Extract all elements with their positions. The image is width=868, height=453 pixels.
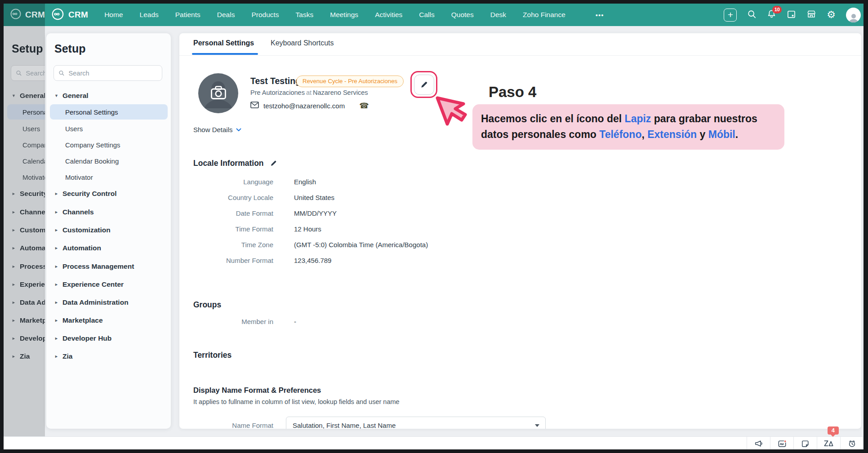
- row-value: United States: [294, 194, 428, 201]
- notes-icon[interactable]: [793, 437, 817, 449]
- section-general-dim[interactable]: ▼General: [12, 92, 45, 100]
- sidebar-item-personal-settings[interactable]: Personal Settings: [50, 104, 168, 120]
- chevron-right-icon: ►: [54, 246, 58, 250]
- profile-photo-upload[interactable]: [198, 73, 238, 113]
- sidebar-item-company-settings[interactable]: Company Settings: [65, 141, 120, 149]
- nav-leads[interactable]: Leads: [140, 11, 159, 19]
- nav-activities[interactable]: Activities: [375, 11, 402, 19]
- quick-add-button[interactable]: +: [724, 9, 737, 22]
- envelope-icon: [250, 102, 259, 110]
- screenshot-frame: CRM CRM Home Leads Patients Deals Produc…: [0, 0, 868, 453]
- zia-count-badge: 4: [828, 426, 839, 435]
- item-users-dim[interactable]: Users: [22, 125, 40, 133]
- section-marketplace-dim[interactable]: ►Marketplace: [12, 316, 45, 324]
- section-data-administration[interactable]: ►Data Administration: [54, 298, 129, 306]
- nav-patients[interactable]: Patients: [175, 11, 200, 19]
- display-name-format-heading: Display Name Format & Preferences: [193, 386, 321, 395]
- brand[interactable]: CRM: [51, 8, 88, 22]
- tab-personal-settings[interactable]: Personal Settings: [193, 39, 254, 47]
- search-icon[interactable]: [747, 9, 757, 21]
- analytics-pulse-icon[interactable]: [770, 437, 793, 449]
- user-email[interactable]: testzoho@nazarenollc.com: [263, 102, 345, 110]
- section-marketplace[interactable]: ►Marketplace: [54, 316, 103, 324]
- active-tab-underline: [192, 53, 258, 55]
- section-zia[interactable]: ►Zia: [54, 352, 72, 360]
- nav-tasks[interactable]: Tasks: [296, 11, 314, 19]
- section-security-control[interactable]: ►Security Control: [54, 190, 117, 198]
- notifications-bell-icon[interactable]: 10: [767, 9, 776, 21]
- dropdown-caret-icon: [535, 424, 539, 427]
- bottom-status-bar: 4: [4, 436, 864, 449]
- annotation-highlight-ring: [410, 71, 437, 98]
- show-details-toggle[interactable]: Show Details: [193, 126, 241, 133]
- user-avatar[interactable]: [846, 8, 861, 22]
- section-process-dim[interactable]: ►Process Management: [12, 262, 45, 271]
- nav-desk[interactable]: Desk: [490, 11, 506, 19]
- setup-search-input[interactable]: [68, 69, 157, 77]
- nav-quotes[interactable]: Quotes: [451, 11, 474, 19]
- section-process-management[interactable]: ►Process Management: [54, 262, 134, 271]
- camera-icon: [209, 85, 227, 102]
- row-label: Time Format: [193, 225, 273, 233]
- marketplace-store-icon[interactable]: [806, 9, 816, 21]
- setup-title: Setup: [54, 42, 85, 55]
- calendar-icon[interactable]: [787, 9, 796, 21]
- chevron-right-icon: ►: [54, 318, 58, 323]
- nav-products[interactable]: Products: [251, 11, 279, 19]
- chevron-right-icon: ►: [54, 191, 58, 196]
- section-channels-dim[interactable]: ►Channels: [12, 208, 45, 216]
- nav-home[interactable]: Home: [104, 11, 123, 19]
- row-label: Number Format: [193, 257, 273, 264]
- sidebar-item-users[interactable]: Users: [65, 125, 83, 133]
- section-automation[interactable]: ►Automation: [54, 244, 101, 252]
- item-company-settings-dim[interactable]: Company Settings: [22, 141, 45, 149]
- section-experience-center[interactable]: ►Experience Center: [54, 280, 124, 289]
- chevron-right-icon: ►: [54, 210, 58, 214]
- section-customization-dim[interactable]: ►Customization: [12, 226, 45, 234]
- zoho-logo-icon: [51, 8, 64, 22]
- announcement-megaphone-icon[interactable]: [747, 437, 770, 449]
- item-personal-settings-dim[interactable]: Personal Settings: [7, 104, 45, 120]
- section-developer-hub[interactable]: ►Developer Hub: [54, 334, 111, 342]
- section-security-dim[interactable]: ►Security Control: [12, 190, 45, 198]
- settings-tabs: Personal Settings Keyboard Shortcuts: [179, 33, 861, 56]
- role-badge: Revenue Cycle - Pre Autorizaciones: [296, 76, 404, 87]
- nav-deals[interactable]: Deals: [217, 11, 235, 19]
- edit-locale-pencil-icon[interactable]: [270, 160, 277, 167]
- chevron-right-icon: ►: [54, 300, 58, 305]
- nav-calls[interactable]: Calls: [419, 11, 434, 19]
- name-format-select[interactable]: Salutation, First Name, Last Name: [286, 417, 546, 429]
- section-general[interactable]: ▼General: [54, 92, 89, 100]
- section-developer-hub-dim[interactable]: ►Developer Hub: [12, 334, 45, 342]
- section-channels[interactable]: ►Channels: [54, 208, 94, 216]
- chevron-right-icon: ►: [54, 282, 58, 287]
- zoho-logo-icon: [10, 8, 22, 22]
- settings-gear-icon[interactable]: ⚙: [827, 10, 836, 20]
- section-automation-dim[interactable]: ►Automation: [12, 244, 45, 252]
- item-motivator-dim[interactable]: Motivator: [22, 173, 45, 181]
- alarm-clock-icon[interactable]: [840, 437, 864, 449]
- brand-name-dim: CRM: [25, 10, 45, 20]
- setup-search[interactable]: [53, 65, 162, 81]
- search-input-dim[interactable]: [25, 69, 45, 77]
- phone-icon[interactable]: ☎: [359, 101, 369, 111]
- sidebar-item-motivator[interactable]: Motivator: [65, 173, 93, 181]
- groups-rows: Member in-: [193, 318, 296, 325]
- section-experience-dim[interactable]: ►Experience Center: [12, 280, 45, 289]
- tab-keyboard-shortcuts[interactable]: Keyboard Shortcuts: [271, 39, 334, 47]
- nav-more-icon[interactable]: •••: [596, 11, 604, 19]
- nav-meetings[interactable]: Meetings: [330, 11, 358, 19]
- setup-search-dim[interactable]: [11, 65, 45, 81]
- section-zia-dim[interactable]: ►Zia: [12, 352, 30, 360]
- row-label: Date Format: [193, 209, 273, 217]
- item-calendar-booking-dim[interactable]: Calendar Booking: [22, 157, 45, 165]
- chevron-right-icon: ►: [54, 354, 58, 359]
- row-value: English: [294, 178, 428, 186]
- display-name-format-note: It applies to fullname in column of list…: [193, 398, 400, 405]
- chevron-down-icon: [236, 128, 241, 132]
- section-customization[interactable]: ►Customization: [54, 226, 111, 234]
- nav-zoho-finance[interactable]: Zoho Finance: [523, 11, 565, 19]
- sidebar-item-calendar-booking[interactable]: Calendar Booking: [65, 157, 119, 165]
- section-data-admin-dim[interactable]: ►Data Administration: [12, 298, 45, 306]
- zia-assistant-icon[interactable]: [817, 437, 840, 449]
